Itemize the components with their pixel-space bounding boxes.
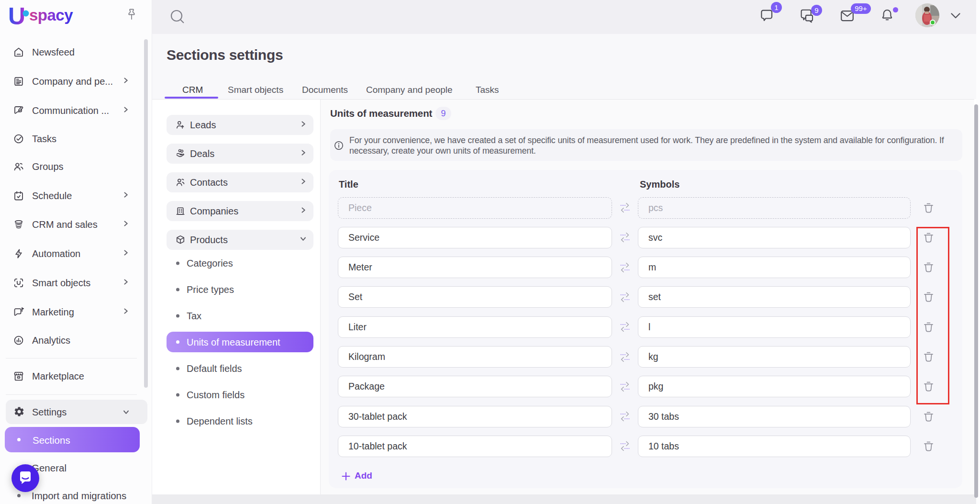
svg-text:spacy: spacy (29, 6, 73, 24)
svg-text:U: U (8, 3, 25, 29)
